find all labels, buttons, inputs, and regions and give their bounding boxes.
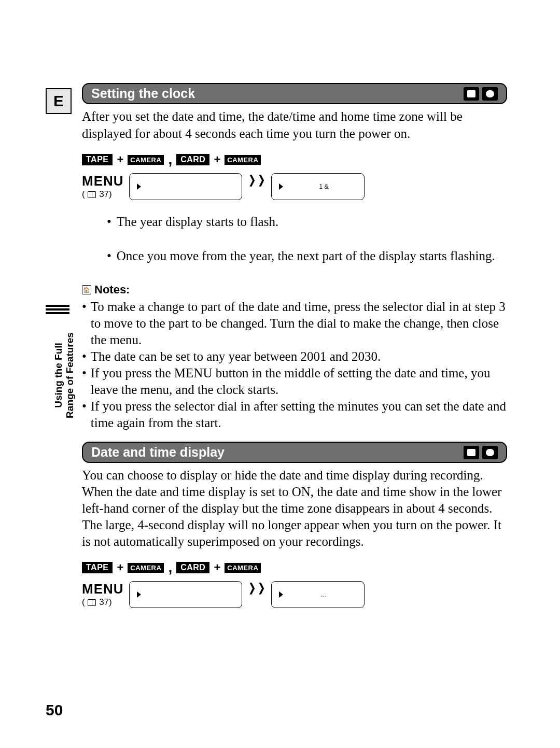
camera-badge: CAMERA [225, 155, 261, 165]
menu-ref-num: 37 [99, 597, 109, 607]
camera-badge: CAMERA [128, 563, 164, 573]
mode-badges-row: TAPE + CAMERA , CARD + CAMERA [82, 151, 507, 168]
mode-badges-row: TAPE + CAMERA , CARD + CAMERA [82, 559, 507, 576]
mode-icons [464, 446, 498, 459]
display-icon [464, 446, 479, 459]
book-icon [88, 191, 96, 198]
note-text: If you press the selector dial in after … [91, 398, 507, 431]
triangle-icon [137, 591, 141, 598]
separator: , [168, 151, 172, 168]
section-title: Date and time display [91, 445, 225, 460]
menu-step-box-1 [129, 581, 242, 608]
menu-ref-num: 37 [99, 189, 109, 199]
note-item: The date can be set to any year between … [82, 348, 507, 365]
card-badge: CARD [176, 562, 209, 573]
page-number: 50 [46, 701, 63, 719]
step-item: The year display starts to flash. [107, 215, 507, 229]
menu-page-ref: ( 37) [82, 189, 124, 200]
double-arrow-icon: ❭❭ [247, 173, 266, 187]
card-icon [482, 446, 498, 459]
separator: , [168, 559, 172, 576]
step-item: Once you move from the year, the next pa… [107, 249, 507, 263]
menu-box-text: … [291, 591, 357, 598]
triangle-icon [137, 184, 141, 190]
note-item: If you press the MENU button in the midd… [82, 365, 507, 398]
plus-icon: + [214, 153, 220, 166]
note-item: If you press the selector dial in after … [82, 398, 507, 431]
sidebar: Using the FullRange of Features [46, 305, 72, 429]
triangle-icon [279, 184, 283, 190]
step-text: The year display starts to flash. [117, 215, 278, 229]
notes-heading: 🏠 Notes: [82, 283, 507, 297]
menu-word: MENU [82, 581, 124, 597]
plus-icon: + [117, 561, 123, 574]
sidebar-decoration [46, 305, 69, 314]
double-arrow-icon: ❭❭ [247, 581, 266, 595]
menu-page-ref: ( 37) [82, 597, 124, 608]
book-icon [88, 599, 96, 606]
tape-badge: TAPE [82, 562, 113, 573]
section-body: You can choose to display or hide the da… [82, 467, 507, 550]
section-heading-setting-clock: Setting the clock [82, 83, 507, 104]
menu-word: MENU [82, 173, 124, 189]
camera-badge: CAMERA [225, 563, 261, 573]
note-icon: 🏠 [82, 285, 91, 294]
sidebar-label: Using the FullRange of Features [53, 323, 76, 427]
note-item: To make a change to part of the date and… [82, 299, 507, 348]
step-text: Once you move from the year, the next pa… [117, 249, 495, 263]
camera-badge: CAMERA [128, 155, 164, 165]
card-icon [482, 87, 498, 101]
mode-icons [464, 87, 498, 101]
note-text: The date can be set to any year between … [91, 348, 381, 365]
section-intro: After you set the date and time, the dat… [82, 108, 507, 142]
menu-path-row: MENU ( 37) ❭❭ … [82, 581, 507, 608]
step-bullets: The year display starts to flash. Once y… [107, 215, 507, 263]
menu-step-box-1 [129, 173, 242, 200]
menu-label: MENU ( 37) [82, 173, 124, 200]
section-title: Setting the clock [91, 86, 195, 101]
note-text: To make a change to part of the date and… [91, 299, 507, 348]
notes-heading-text: Notes: [94, 283, 130, 297]
note-text: If you press the MENU button in the midd… [91, 365, 507, 398]
menu-label: MENU ( 37) [82, 581, 124, 608]
notes-list: To make a change to part of the date and… [82, 299, 507, 431]
plus-icon: + [117, 153, 123, 166]
section-heading-date-time: Date and time display [82, 442, 507, 463]
menu-step-box-2: … [271, 581, 365, 608]
triangle-icon [279, 591, 283, 598]
menu-box-text: 1 & [291, 183, 357, 190]
plus-icon: + [214, 561, 220, 574]
menu-path-row: MENU ( 37) ❭❭ 1 & [82, 173, 507, 200]
tape-badge: TAPE [82, 154, 113, 165]
display-icon [464, 87, 479, 101]
card-badge: CARD [176, 154, 209, 165]
language-badge: E [46, 88, 72, 114]
menu-step-box-2: 1 & [271, 173, 365, 200]
